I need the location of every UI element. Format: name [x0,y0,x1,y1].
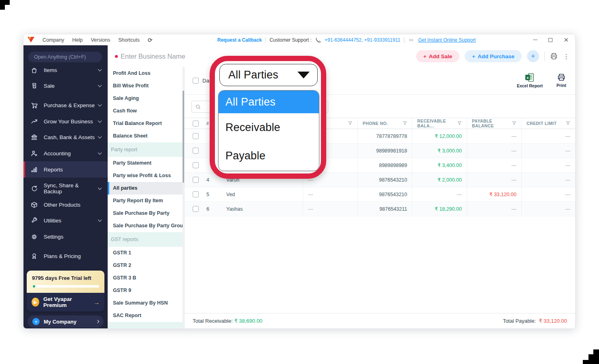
report-item[interactable]: Sale Purchase By Party [108,207,184,220]
report-item-all-parties[interactable]: All parties [108,182,184,195]
sidebar-item-utilities[interactable]: Utilities [23,212,108,229]
more-options-icon[interactable]: ⋮ [563,53,569,60]
trial-days-text: 9795 days Free Trial left [32,275,99,281]
report-item[interactable]: Balance Sheet [108,130,184,142]
report-item[interactable]: Party Statement [108,157,184,169]
report-item[interactable]: SAC Report [108,309,184,322]
dropdown-option-receivable[interactable]: Receivable [219,113,319,142]
date-filter-checkbox[interactable] [193,78,199,84]
support-phone-numbers[interactable]: +91-6364444752, +91-9333911911 [325,37,400,43]
dropdown-menu: All Parties Receivable Payable [218,90,319,171]
report-item[interactable]: GSTR 1 [108,247,184,259]
dropdown-option-payable[interactable]: Payable [219,142,319,170]
chevron-down-icon [98,119,102,123]
total-receivable-label: Total Receivable: [193,318,233,324]
filter-icon[interactable] [512,121,516,126]
party-filter-dropdown[interactable]: All Parties [219,64,318,86]
sidebar-item-accounting[interactable]: Accounting [23,145,108,161]
phone-icon [315,37,321,43]
corner-mark [0,0,5,10]
row-checkbox[interactable] [193,191,199,197]
report-item[interactable]: Sale Purchase By Party Group [108,220,184,232]
excel-report-button[interactable]: x Excel Report [517,73,543,88]
sidebar-item-items[interactable]: Items [23,62,108,78]
row-checkbox[interactable] [193,148,199,154]
get-premium-button[interactable]: ▶ Get Vyapar Premium → [27,293,104,311]
request-callback-link[interactable]: Request a Callback [217,37,262,43]
report-item[interactable]: Party wise Profit & Loss [108,169,184,182]
select-all-checkbox[interactable] [193,121,199,127]
sidebar-item-other-products[interactable]: Other Products [23,197,108,213]
menu-shortcuts[interactable]: Shortcuts [118,37,140,43]
trend-up-icon [31,118,38,125]
filter-icon[interactable] [348,121,353,126]
report-item[interactable]: Sale Aging [108,92,184,105]
sidebar-item-sale[interactable]: Sale [23,78,108,94]
bar-chart-icon [31,166,38,173]
filter-icon[interactable] [566,121,570,126]
row-checkbox[interactable] [193,162,199,168]
sidebar-item-grow-business[interactable]: Grow Your Business [23,113,108,129]
add-sale-button[interactable]: + Add Sale [416,50,460,62]
svg-text:x: x [527,76,529,80]
menu-help[interactable]: Help [72,37,83,43]
table-empty-area [185,216,575,313]
gear-icon [31,233,38,240]
caret-down-icon [297,72,310,78]
divider [404,37,404,43]
sidebar-item-settings[interactable]: Settings [23,229,108,245]
business-name-placeholder[interactable]: Enter Business Name [121,53,185,60]
maximize-icon[interactable] [548,38,552,42]
online-support-link[interactable]: Get Instant Online Support [418,37,476,43]
row-checkbox[interactable] [193,177,199,183]
scrollbar-track[interactable] [183,67,184,328]
sidebar-item-reports[interactable]: Reports [23,161,108,178]
report-item[interactable]: Trial Balance Report [108,117,184,130]
report-item[interactable]: GSTR 9 [108,284,184,297]
quick-add-button[interactable]: + [527,50,539,62]
row-checkbox[interactable] [193,206,199,212]
highlight-ring: All Parties All Parties Receivable Payab… [210,56,326,179]
close-icon[interactable]: ✕ [563,38,569,42]
total-receivable-value: ₹ 38,690.00 [234,318,263,324]
refresh-icon[interactable]: ⟳ [148,37,153,43]
add-purchase-button[interactable]: + Add Purchase [465,50,522,62]
sidebar-item-plans-pricing[interactable]: Plans & Pricing [23,248,108,264]
scrollbar-thumb[interactable] [183,91,184,183]
report-item[interactable]: Sale Summary By HSN [108,297,184,309]
report-item[interactable]: Cash flow [108,105,184,117]
print-button[interactable]: Print [557,73,566,88]
report-item[interactable]: GSTR 2 [108,259,184,272]
sidebar-item-purchase-expense[interactable]: Purchase & Expense [23,97,108,113]
table-row[interactable]: 6 Yashas --- 9876543211 ₹ 18,290.00 --- … [185,202,575,216]
print-icon[interactable] [550,53,558,60]
report-item[interactable]: GSTR 3 B [108,272,184,284]
trial-card: 9795 days Free Trial left ▶ Get Vyapar P… [27,271,104,311]
filter-icon[interactable] [457,121,462,126]
menu-versions[interactable]: Versions [91,37,110,43]
my-company-button[interactable]: + My Company [28,315,104,328]
sidebar-item-cash-bank-assets[interactable]: Cash, Bank & Assets [23,129,108,145]
open-anything-search[interactable]: Open Anything (Ctrl+F) [28,52,102,62]
cube-icon [31,201,38,208]
arrow-right-icon: → [93,299,100,306]
minimize-icon[interactable] [533,40,537,40]
sidebar-item-sync-share-backup[interactable]: Sync, Share & Backup [23,180,108,197]
col-header-payable: PAYABLE BALANCE [467,118,521,129]
menu-company[interactable]: Company [42,37,64,43]
corner-mark [583,360,599,364]
filter-icon[interactable] [403,121,407,126]
screenshot-canvas: Company Help Versions Shortcuts ⟳ Reques… [0,0,599,364]
dropdown-option-all-parties[interactable]: All Parties [219,91,319,113]
report-item[interactable]: Profit And Loss [108,67,184,80]
online-support-icon [408,38,414,42]
table-row[interactable]: 5 Ved --- 9876543210 --- ₹ 33,120.00 --- [185,187,575,202]
plus-icon: + [423,53,427,59]
report-item[interactable]: Party Report By Item [108,195,184,207]
sidebar-item-label: Grow Your Business [44,119,93,125]
report-item[interactable]: Bill Wise Profit [108,80,184,92]
row-checkbox[interactable] [193,133,199,139]
page-header: Enter Business Name + Add Sale + Add Pur… [108,45,575,67]
person-gear-icon [31,150,38,157]
sidebar-item-label: Other Products [44,202,81,208]
